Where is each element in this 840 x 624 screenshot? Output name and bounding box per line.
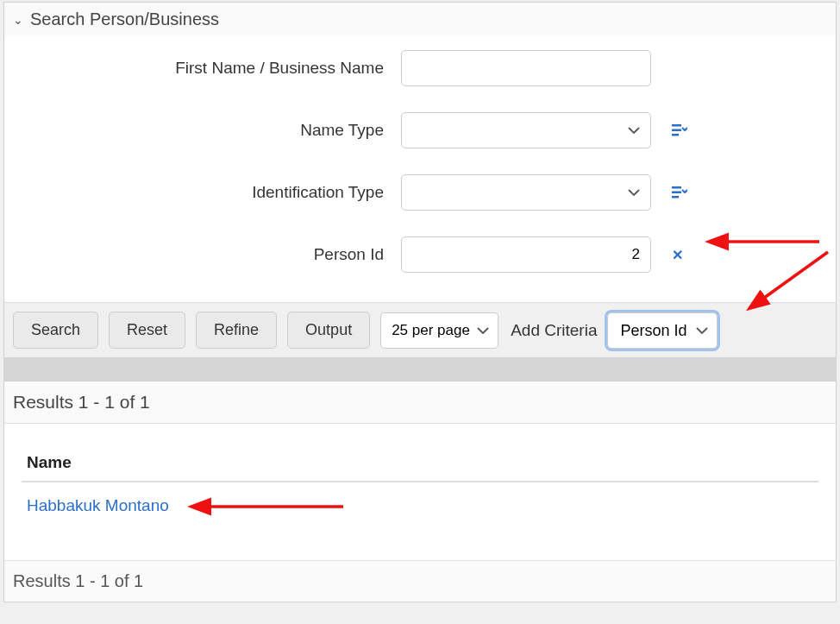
output-button[interactable]: Output xyxy=(287,312,370,349)
results-footer: Results 1 - 1 of 1 xyxy=(4,560,836,602)
list-options-icon[interactable] xyxy=(672,124,687,136)
add-criteria-label: Add Criteria xyxy=(511,321,597,340)
per-page-select[interactable]: 25 per page xyxy=(380,312,498,349)
svg-rect-1 xyxy=(672,129,681,132)
results-panel: Results 1 - 1 of 1 Name Habbakuk Montano… xyxy=(3,381,837,602)
reset-button[interactable]: Reset xyxy=(109,312,185,349)
row-name-type: Name Type xyxy=(22,112,818,148)
name-type-select[interactable] xyxy=(401,112,651,148)
row-first-name: First Name / Business Name xyxy=(22,50,818,86)
divider-band xyxy=(3,358,837,381)
list-options-icon[interactable] xyxy=(672,186,687,199)
svg-rect-5 xyxy=(672,196,679,199)
row-id-type: Identification Type xyxy=(22,174,818,211)
first-name-label: First Name / Business Name xyxy=(22,59,401,78)
chevron-down-icon: ⌄ xyxy=(13,13,23,27)
svg-rect-0 xyxy=(672,124,681,127)
name-type-label: Name Type xyxy=(22,121,401,140)
svg-rect-3 xyxy=(672,186,681,189)
panel-header[interactable]: ⌄ Search Person/Business xyxy=(4,3,836,36)
result-link[interactable]: Habbakuk Montano xyxy=(27,496,169,514)
column-name[interactable]: Name xyxy=(22,444,818,482)
results-body: Name Habbakuk Montano xyxy=(4,424,836,560)
toolbar: Search Reset Refine Output 25 per page A… xyxy=(4,302,836,357)
person-id-label: Person Id xyxy=(22,245,401,264)
refine-button[interactable]: Refine xyxy=(196,312,277,349)
row-person-id: Person Id ✕ xyxy=(22,236,818,273)
clear-icon[interactable]: ✕ xyxy=(672,247,683,263)
search-panel: ⌄ Search Person/Business First Name / Bu… xyxy=(3,2,837,358)
table-row: Habbakuk Montano xyxy=(22,482,818,529)
person-id-input[interactable] xyxy=(401,236,651,273)
add-criteria-select[interactable]: Person Id xyxy=(607,312,718,349)
form-body: First Name / Business Name Name Type Ide… xyxy=(4,36,836,302)
panel-title: Search Person/Business xyxy=(30,9,219,29)
id-type-label: Identification Type xyxy=(22,183,401,202)
svg-rect-2 xyxy=(672,134,679,136)
first-name-input[interactable] xyxy=(401,50,651,86)
svg-rect-4 xyxy=(672,192,681,194)
id-type-select[interactable] xyxy=(401,174,651,211)
results-header: Results 1 - 1 of 1 xyxy=(4,381,836,424)
search-button[interactable]: Search xyxy=(13,312,98,349)
results-table: Name Habbakuk Montano xyxy=(22,444,818,529)
